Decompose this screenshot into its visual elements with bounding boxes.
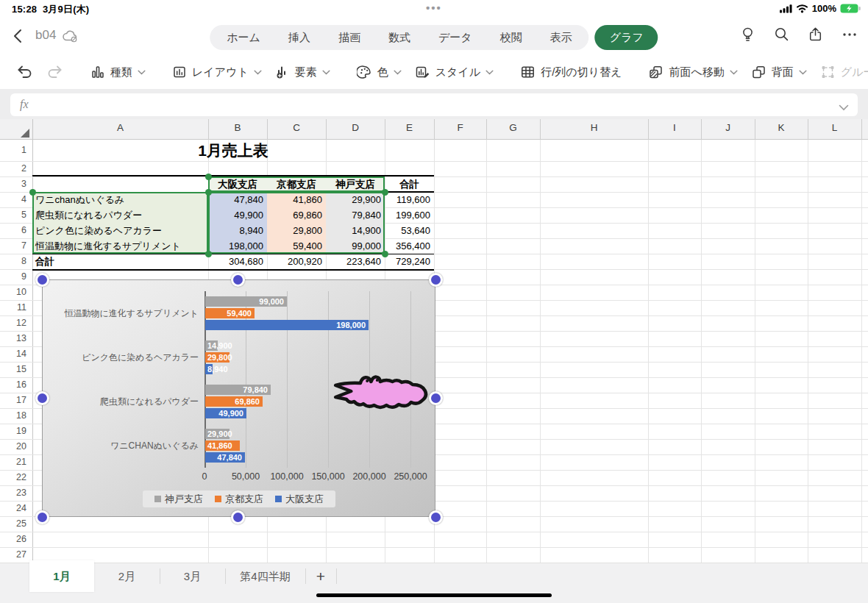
row-number-17[interactable]: 17 bbox=[0, 393, 26, 408]
chart-bar-大阪支店[interactable]: 198,000 bbox=[205, 320, 369, 330]
share-icon[interactable] bbox=[808, 26, 823, 43]
home-indicator[interactable] bbox=[316, 593, 552, 597]
row-number-15[interactable]: 15 bbox=[0, 362, 26, 377]
row-number-7[interactable]: 7 bbox=[0, 238, 26, 254]
row-number-4[interactable]: 4 bbox=[0, 192, 26, 207]
column-header-D[interactable]: D bbox=[326, 122, 385, 133]
ribbon-button-色[interactable]: 色 bbox=[350, 60, 408, 85]
tab-挿入[interactable]: 挿入 bbox=[274, 25, 324, 50]
tab-ホーム[interactable]: ホーム bbox=[213, 25, 274, 50]
row-number-20[interactable]: 20 bbox=[0, 439, 26, 454]
sheet-tab-1月[interactable]: 1月 bbox=[29, 560, 94, 592]
back-icon[interactable] bbox=[10, 27, 28, 45]
row-number-23[interactable]: 23 bbox=[0, 485, 26, 501]
table-col-header-合計[interactable]: 合計 bbox=[385, 176, 434, 192]
row-number-12[interactable]: 12 bbox=[0, 315, 26, 331]
row-number-3[interactable]: 3 bbox=[0, 176, 26, 192]
tab-データ[interactable]: データ bbox=[424, 25, 486, 50]
ribbon-button-要素[interactable]: 要素 bbox=[268, 60, 337, 85]
chevron-down-icon[interactable] bbox=[839, 101, 849, 114]
chart-bar-大阪支店[interactable]: 8,940 bbox=[205, 364, 213, 374]
chart-selection-handle[interactable] bbox=[35, 273, 49, 287]
table-cell-value[interactable]: 119,600 bbox=[385, 192, 430, 207]
table-cell-value[interactable]: 53,640 bbox=[385, 223, 430, 238]
tab-校閲[interactable]: 校閲 bbox=[486, 25, 536, 50]
row-number-13[interactable]: 13 bbox=[0, 331, 26, 346]
column-header-C[interactable]: C bbox=[267, 122, 326, 133]
row-number-14[interactable]: 14 bbox=[0, 346, 26, 362]
selection-handle-dot[interactable] bbox=[205, 189, 212, 196]
column-header-G[interactable]: G bbox=[486, 122, 540, 133]
ribbon-button-スタイル[interactable]: スタイル bbox=[408, 60, 500, 85]
row-number-27[interactable]: 27 bbox=[0, 547, 26, 563]
column-header-E[interactable]: E bbox=[385, 122, 434, 133]
chart-selection-handle[interactable] bbox=[429, 273, 443, 287]
row-number-11[interactable]: 11 bbox=[0, 300, 26, 315]
row-number-18[interactable]: 18 bbox=[0, 408, 26, 424]
column-header-A[interactable]: A bbox=[32, 122, 208, 133]
row-number-6[interactable]: 6 bbox=[0, 223, 26, 238]
chart-bar-神戸支店[interactable]: 79,840 bbox=[205, 385, 271, 395]
chart-bar-大阪支店[interactable]: 47,840 bbox=[205, 452, 245, 463]
row-number-22[interactable]: 22 bbox=[0, 470, 26, 485]
tab-描画[interactable]: 描画 bbox=[324, 25, 374, 50]
ribbon-button-レイアウト[interactable]: レイアウト bbox=[166, 60, 268, 85]
column-header-H[interactable]: H bbox=[540, 122, 648, 133]
row-number-16[interactable]: 16 bbox=[0, 377, 26, 393]
sheet-tab-2月[interactable]: 2月 bbox=[94, 563, 160, 589]
ribbon-button-前面へ移動[interactable]: 前面へ移動 bbox=[641, 60, 744, 85]
chart-bar-神戸支店[interactable]: 99,000 bbox=[205, 296, 287, 307]
spreadsheet-grid[interactable]: ABCDEFGHIJKL1234567891011121314151617181… bbox=[0, 119, 868, 563]
row-number-2[interactable]: 2 bbox=[0, 161, 26, 176]
table-cell-value[interactable]: 356,400 bbox=[385, 238, 430, 254]
tab-表示[interactable]: 表示 bbox=[536, 25, 586, 50]
row-number-8[interactable]: 8 bbox=[0, 254, 26, 269]
column-header-B[interactable]: B bbox=[208, 122, 267, 133]
selection-handle-dot[interactable] bbox=[205, 174, 212, 180]
table-total-value[interactable]: 223,640 bbox=[326, 254, 381, 269]
chart-bar-京都支店[interactable]: 59,400 bbox=[205, 308, 255, 318]
table-total-value[interactable]: 304,680 bbox=[208, 254, 263, 269]
sheet-tab-第4四半期[interactable]: 第4四半期 bbox=[225, 563, 305, 589]
chart-selection-handle[interactable] bbox=[429, 510, 443, 524]
row-number-26[interactable]: 26 bbox=[0, 532, 26, 547]
select-all-corner[interactable] bbox=[21, 129, 29, 138]
table-total-value[interactable]: 200,920 bbox=[267, 254, 322, 269]
selection-handle-dot[interactable] bbox=[29, 189, 36, 196]
tab-chart-active[interactable]: グラフ bbox=[595, 25, 658, 50]
column-header-K[interactable]: K bbox=[755, 122, 808, 133]
add-sheet-button[interactable]: + bbox=[305, 563, 336, 589]
row-number-25[interactable]: 25 bbox=[0, 516, 26, 532]
row-number-21[interactable]: 21 bbox=[0, 454, 26, 470]
sheet-title-cell[interactable]: 1月売上表 bbox=[32, 140, 434, 161]
column-header-F[interactable]: F bbox=[434, 122, 486, 133]
chart-bar-神戸支店[interactable]: 29,900 bbox=[205, 429, 230, 439]
row-number-1[interactable]: 1 bbox=[0, 140, 26, 161]
undo-icon[interactable] bbox=[9, 60, 40, 85]
row-number-24[interactable]: 24 bbox=[0, 501, 26, 516]
column-header-J[interactable]: J bbox=[701, 122, 755, 133]
table-total-label[interactable]: 合計 bbox=[35, 254, 207, 269]
selection-handle-dot[interactable] bbox=[382, 189, 388, 196]
row-number-10[interactable]: 10 bbox=[0, 285, 26, 300]
row-number-9[interactable]: 9 bbox=[0, 269, 26, 285]
lightbulb-icon[interactable] bbox=[740, 26, 755, 43]
selection-range-series-names[interactable] bbox=[208, 176, 385, 192]
table-cell-value[interactable]: 199,600 bbox=[385, 207, 430, 223]
chart-selection-handle[interactable] bbox=[35, 391, 49, 405]
selection-range-category-range[interactable] bbox=[32, 192, 208, 254]
ellipsis-icon[interactable] bbox=[842, 26, 858, 43]
chart-selection-handle[interactable] bbox=[231, 273, 245, 287]
chart-bar-京都支店[interactable]: 41,860 bbox=[205, 440, 240, 451]
chart-legend[interactable]: 神戸支店京都支店大阪支店 bbox=[143, 490, 335, 507]
chart-bar-京都支店[interactable]: 29,800 bbox=[205, 352, 230, 363]
chart-selection-handle[interactable] bbox=[429, 391, 443, 405]
row-number-19[interactable]: 19 bbox=[0, 424, 26, 439]
column-header-I[interactable]: I bbox=[648, 122, 701, 133]
selection-handle-dot[interactable] bbox=[205, 251, 212, 257]
ribbon-button-背面[interactable]: 背面 bbox=[744, 60, 814, 85]
chart-selection-handle[interactable] bbox=[231, 510, 245, 524]
table-total-value[interactable]: 729,240 bbox=[385, 254, 430, 269]
tab-数式[interactable]: 数式 bbox=[374, 25, 424, 50]
chart-bar-大阪支店[interactable]: 49,900 bbox=[205, 408, 246, 418]
